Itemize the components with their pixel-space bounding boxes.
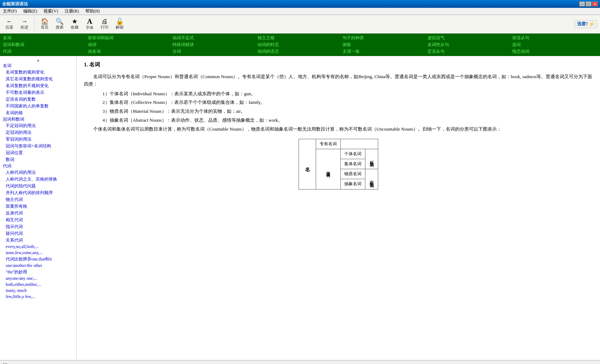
back-button[interactable]: ← 后退 [3,17,16,31]
nav-link-special[interactable]: 特殊词精讲 [172,42,258,48]
sidebar-item-zero-article[interactable]: 零冠词的用法 [0,136,76,143]
sidebar-item-pronoun-order[interactable]: 并列人称代词的排列顺序 [0,189,76,196]
nav-link-gerund[interactable]: 动名词 [88,49,173,55]
window-controls[interactable]: — □ ✕ [579,1,598,6]
sidebar-item-pronoun-case[interactable]: 人称代词之主、宾格的替换 [0,176,76,183]
sidebar-item-pronoun-ref[interactable]: 代词的指代问题 [0,183,76,189]
minimize-button[interactable]: — [579,1,585,6]
nav-link-tense[interactable]: 动词的时态 [258,42,342,48]
search-label: 搜索 [56,25,64,30]
bookmark-icon: ★ [72,18,78,25]
scroll-up-arrow[interactable]: ▲ [0,57,76,63]
menu-view[interactable]: 视窗(V) [42,8,60,15]
nav-col-4: 独立主格 动词的时态 动词的语态 [258,35,342,55]
status-bar: HIt [0,360,600,364]
sidebar-item-uncountable[interactable]: 不可数名词量的表示 [0,89,76,96]
forward-label: 前进 [20,25,28,30]
xunlei-label: 迅雷7 [577,21,588,27]
sidebar-item-numerals[interactable]: 数词 [0,156,76,163]
maximize-button[interactable]: □ [586,1,591,6]
lightning-icon: ⚡ [589,21,595,27]
sidebar-item-article-adj[interactable]: 冠词与形容词+名词结构 [0,143,76,150]
paragraph-4: 3）物质名词（Material Nouns）：表示无法分为个体的实物，如：air… [84,108,593,115]
toolbar: ← 后退 → 前进 🏠 首页 🔍 搜索 ★ 收藏 A 字体 🖨 打印 🔓 解锁 … [0,15,600,34]
nav-link-nouns[interactable]: 名词 [3,35,88,41]
sidebar-item-indefinite-article[interactable]: 不定冠词的用法 [0,122,76,129]
nav-bar: 名词 冠词和数词 代词 形容词和副词 动词 动名词 动词不定式 特殊词精讲 分词… [0,34,600,56]
sidebar-section-pronouns[interactable]: 代词 [0,163,14,169]
sidebar-item-reflexive[interactable]: 反身代词 [0,210,76,217]
sidebar-section-nouns[interactable]: 名词 [0,63,14,69]
nav-link-modal[interactable]: 情态动词 [512,49,597,55]
nav-link-subjunctive[interactable]: 虚拟语气 [428,35,512,41]
forward-button[interactable]: → 前进 [18,17,31,31]
sidebar-item-both-either[interactable]: both,either,neither,... [0,282,76,288]
sidebar-item-one-another[interactable]: one/another/the other [0,263,76,269]
nav-link-pronouns[interactable]: 代词 [3,49,88,55]
nav-link-noun-clause[interactable]: 名词性从句 [428,42,512,48]
nav-link-participle[interactable]: 分词 [172,49,258,55]
sidebar-item-few-little[interactable]: few,little,a few,... [0,294,76,300]
sidebar-item-relative[interactable]: 关系代词 [0,237,76,244]
sidebar-item-irregular-plural[interactable]: 名词复数的不规则变化 [0,82,76,89]
table-cell-individual: 个体名词 [340,149,365,159]
paragraph-1: 名词可以分为专有名词（Proper Nouns）和普通名词（Common Nou… [84,73,593,88]
back-icon: ← [6,18,12,25]
sidebar-item-interrogative[interactable]: 疑问代词 [0,230,76,237]
xunlei-badge[interactable]: 迅雷7 ⚡ [575,20,597,28]
nav-link-articles[interactable]: 冠词和数词 [3,42,88,48]
menu-file[interactable]: 文件(F) [1,8,18,15]
sidebar-section-articles[interactable]: 冠词和数词 [0,116,27,122]
home-button[interactable]: 🏠 首页 [38,17,51,31]
sidebar-item-double-possessive[interactable]: 双重所有格 [0,203,76,210]
nav-link-verb[interactable]: 动词 [88,42,173,48]
menu-register[interactable]: 注册(R) [63,8,80,15]
sidebar-item-every-no-all[interactable]: every,no,all,both,... [0,244,76,250]
table-cell-noun-char-1: 名 [299,139,316,189]
sidebar-item-reciprocal[interactable]: 相互代词 [0,217,76,223]
font-button[interactable]: A 字体 [83,17,96,31]
nav-link-voice[interactable]: 动词的语态 [258,49,342,55]
sidebar-item-demonstrative[interactable]: 指示代词 [0,223,76,230]
nav-link-adv-clause[interactable]: 状语从句 [512,35,597,41]
sidebar-item-attr-plural[interactable]: 定语名词的复数 [0,96,76,103]
menu-edit[interactable]: 编辑(E) [22,8,39,15]
nav-link-inversion[interactable]: 倒装 [342,42,428,48]
sidebar-item-nationality[interactable]: 不同国家的人的单复数 [0,103,76,110]
close-button[interactable]: ✕ [592,1,598,6]
sidebar-item-possessive[interactable]: 名词的格 [0,110,76,116]
nav-col-2: 形容词和副词 动词 动名词 [88,35,173,55]
nav-link-adj-adv[interactable]: 形容词和副词 [88,35,173,41]
sidebar-item-other-plural[interactable]: 其它名词复数的规则变化 [0,76,76,82]
nav-link-infinitive[interactable]: 动词不定式 [172,35,258,41]
menu-help[interactable]: 帮助(H) [84,8,101,15]
sidebar-item-possessive-pronoun[interactable]: 物主代词 [0,196,76,203]
nav-link-attr-clause[interactable]: 定语从句 [428,49,512,55]
sidebar-item-the-usage[interactable]: "the"的妙用 [0,269,76,275]
nav-col-1: 名词 冠词和数词 代词 [3,35,88,55]
section-heading: 1. 名词 [84,60,593,69]
nav-link-sentence-types[interactable]: 句子的种类 [342,35,428,41]
sidebar-item-definite-article[interactable]: 定冠词的用法 [0,129,76,136]
paragraph-2: 1）个体名词（Individual Nouns）：表示某类人或东西中的个体，如：… [84,90,593,98]
print-icon: 🖨 [101,18,108,25]
paragraph-5: 4）抽象名词（Abstract Nouns）：表示动作、状态、品质、感情等抽象概… [84,117,593,124]
unlock-button[interactable]: 🔓 解锁 [113,17,126,31]
nav-col-6: 虚拟语气 名词性从句 定语从句 [428,35,512,55]
main-area: ▲ 名词 名词复数的规则变化 其它名词复数的规则变化 名词复数的不规则变化 不可… [0,56,600,360]
sidebar-item-plural-rules[interactable]: 名词复数的规则变化 [0,69,76,76]
sidebar-item-anyone[interactable]: anyone/any one;... [0,275,76,282]
nav-link-independent[interactable]: 独立主格 [258,35,342,41]
nav-link-agreement[interactable]: 主谓一致 [342,49,428,55]
nav-link-conjunction[interactable]: 连词 [512,42,597,48]
sidebar-item-none-few[interactable]: none,few,some,any,... [0,250,76,256]
search-button[interactable]: 🔍 搜索 [53,17,66,31]
sidebar-item-article-position[interactable]: 冠词位置 [0,150,76,156]
print-button[interactable]: 🖨 打印 [98,17,111,31]
sidebar-item-many-much[interactable]: many, much [0,288,76,294]
bookmark-button[interactable]: ★ 收藏 [68,17,81,31]
table-cell-proper-noun: 专有名词 [316,139,340,149]
table-cell-countable: 可数名词 [365,149,378,169]
sidebar-item-one-that[interactable]: 代词比较辨异one,that和it [0,256,76,263]
sidebar-item-personal-pronoun[interactable]: 人称代词的用法 [0,169,76,176]
